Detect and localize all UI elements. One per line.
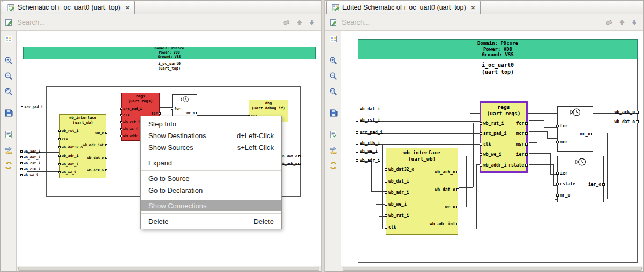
block-regs[interactable]: regs(uart_regs) wb_rst_isrx_pad_iclkwb_w…: [480, 101, 528, 173]
zoom-fit-button[interactable]: [2, 86, 15, 97]
zoom-out-button[interactable]: [327, 70, 340, 82]
menu-item-go-to-source[interactable]: Go to Source: [141, 172, 281, 184]
schematic-canvas-left[interactable]: Domain: PDcorePower: VDDGround: VSS i_oc…: [17, 31, 321, 266]
block-port[interactable]: wb_dat_o: [87, 156, 106, 160]
schematic-port[interactable]: srx_pad_i: [21, 105, 43, 109]
block-port[interactable]: clk: [122, 113, 142, 117]
find-next-button[interactable]: [631, 19, 638, 26]
block-port[interactable]: wb_dat32_o: [386, 167, 414, 172]
block-port[interactable]: wb_rst_i: [481, 121, 506, 126]
schematic-port[interactable]: wb_we_i: [22, 173, 40, 177]
find-previous-button[interactable]: [618, 19, 626, 26]
block-port[interactable]: wb_we_i: [481, 152, 506, 157]
save-button[interactable]: [2, 107, 15, 119]
horizontal-scrollbar[interactable]: [17, 266, 321, 271]
block-port[interactable]: srx_pad_i: [481, 131, 506, 136]
schematic-port[interactable]: wb_ack_o: [281, 162, 301, 166]
scrollbar-thumb[interactable]: [343, 267, 642, 271]
search-input[interactable]: [17, 18, 279, 26]
report-button[interactable]: [2, 129, 15, 140]
block-port[interactable]: wb_dat_o: [435, 187, 458, 192]
block-mux-b[interactable]: ierrstatemr_o ier_o: [557, 156, 604, 202]
block-port[interactable]: wb_addr_i: [481, 163, 506, 168]
block-port[interactable]: ier_o: [588, 182, 603, 187]
block-port[interactable]: wb_dat32_o: [60, 145, 83, 149]
schematic-port[interactable]: wb_ack_o: [614, 110, 639, 115]
schematic-port[interactable]: wb_dat_i: [22, 155, 40, 160]
find-next-button[interactable]: [308, 19, 316, 26]
block-port[interactable]: fcr: [558, 124, 567, 129]
block-port[interactable]: ier: [516, 152, 526, 157]
block-port[interactable]: mr_o: [580, 132, 593, 137]
block-port[interactable]: wb_we_i: [386, 202, 414, 207]
menu-item-show-destinations[interactable]: Show Destinationsd+Left-Click: [141, 130, 281, 141]
refresh-button[interactable]: [2, 160, 15, 171]
zoom-out-button[interactable]: [2, 70, 15, 82]
zoom-in-button[interactable]: [327, 55, 340, 66]
block-port[interactable]: wb_adr_int: [83, 143, 106, 147]
block-port[interactable]: msr: [516, 142, 526, 147]
block-wb-interface[interactable]: wb_interface(uart_wb) wb_rst_iclkwb_dat3…: [59, 114, 106, 178]
block-port[interactable]: wb_rst_i: [60, 129, 83, 133]
schematic-port[interactable]: wb_adr_i: [22, 149, 40, 154]
block-port[interactable]: mcr: [558, 140, 567, 145]
block-port[interactable]: clk: [386, 225, 414, 230]
block-port[interactable]: wb_ack_o: [87, 168, 106, 172]
block-port[interactable]: we_o: [445, 205, 458, 209]
block-port[interactable]: wb_adr_i: [60, 154, 83, 158]
block-port[interactable]: wb_we_i: [122, 127, 142, 131]
schematic-port[interactable]: wb_dat_o: [614, 119, 639, 124]
block-port[interactable]: rstate: [558, 182, 575, 186]
diagram-palette-button[interactable]: [327, 33, 340, 45]
schematic-port[interactable]: wb_we_i: [356, 149, 378, 154]
edit-schematic-button[interactable]: [5, 18, 13, 27]
schematic-port[interactable]: wb_clk_i: [356, 141, 380, 146]
block-port[interactable]: wb_rst_i: [386, 213, 414, 218]
block-port[interactable]: wb_ack_o: [435, 170, 458, 175]
schematic-canvas-right[interactable]: Domain: PDcorePower: VDDGround: VSS i_oc…: [341, 31, 643, 266]
schematic-port[interactable]: srx_pad_i: [356, 130, 383, 135]
clear-search-button[interactable]: [605, 18, 613, 26]
scrollbar-thumb[interactable]: [18, 267, 319, 271]
block-port[interactable]: fcr: [151, 111, 159, 116]
tab-schematic[interactable]: Schematic of i_oc_uart0 (uart_top) ✕: [2, 1, 135, 14]
schematic-port[interactable]: wb_adr_i: [356, 158, 380, 163]
block-port[interactable]: ier: [558, 171, 575, 176]
block-port[interactable]: wb_dat_i: [60, 162, 83, 167]
edit-schematic-button[interactable]: [330, 18, 338, 27]
block-port[interactable]: fcr: [516, 121, 526, 126]
menu-item-go-to-declaration[interactable]: Go to Declaration: [141, 184, 281, 196]
schematic-port[interactable]: wb_clk_i: [22, 167, 40, 171]
close-icon[interactable]: ✕: [125, 5, 130, 11]
block-port[interactable]: clk: [481, 142, 506, 147]
refresh-button[interactable]: [327, 160, 340, 171]
search-input[interactable]: [342, 18, 602, 26]
block-port[interactable]: mr_o: [186, 111, 197, 115]
compare-button[interactable]: [2, 144, 15, 156]
tab-edited-schematic[interactable]: Edited Schematic of i_oc_uart0 (uart_top…: [326, 1, 481, 14]
schematic-port[interactable]: wb_dat_o: [281, 154, 301, 158]
block-port[interactable]: wb_rst_i: [122, 120, 142, 124]
block-port[interactable]: wb_dat_i: [386, 179, 414, 184]
block-port[interactable]: wb_addr_i: [122, 134, 142, 138]
menu-item-show-sources[interactable]: Show Sourcess+Left-Click: [141, 141, 281, 153]
horizontal-scrollbar[interactable]: [341, 266, 643, 271]
block-port[interactable]: wb_adr_int: [430, 222, 458, 226]
zoom-in-button[interactable]: [2, 55, 15, 66]
block-port[interactable]: mr_o: [558, 193, 575, 198]
block-port[interactable]: fcr: [173, 107, 181, 111]
schematic-port[interactable]: wb_dat_i: [356, 107, 380, 111]
block-port[interactable]: wb_we_i: [60, 170, 83, 175]
schematic-port[interactable]: wb_rst_i: [356, 118, 380, 123]
block-port[interactable]: we_o: [95, 131, 106, 135]
zoom-fit-button[interactable]: [327, 86, 340, 97]
block-port[interactable]: wb_adr_i: [386, 190, 414, 195]
schematic-port[interactable]: wb_rst_i: [22, 161, 40, 165]
report-button[interactable]: [327, 129, 340, 140]
diagram-palette-button[interactable]: [2, 33, 15, 45]
block-port[interactable]: clk: [60, 137, 83, 141]
block-wb-interface[interactable]: wb_interface(uart_wb) wb_dat32_owb_dat_i…: [386, 148, 458, 235]
find-previous-button[interactable]: [296, 19, 303, 26]
close-icon[interactable]: ✕: [471, 5, 475, 11]
block-port[interactable]: rstate: [508, 163, 526, 168]
